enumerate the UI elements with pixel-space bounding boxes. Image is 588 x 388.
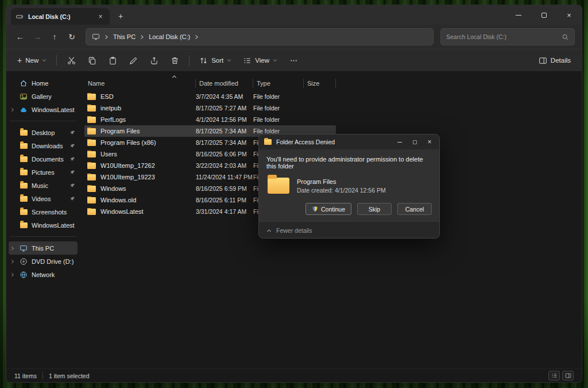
pin-icon bbox=[70, 170, 75, 175]
chevron-right-icon[interactable] bbox=[10, 272, 15, 277]
list-view-icon bbox=[551, 372, 558, 379]
view-label: View bbox=[255, 57, 269, 64]
file-date-modified: 3/31/2024 4:17 AM bbox=[196, 208, 253, 215]
chevron-right-icon bbox=[104, 34, 109, 40]
maximize-icon bbox=[541, 13, 547, 18]
file-name: W10UItemp_19223 bbox=[100, 174, 155, 180]
sidebar-item-music[interactable]: Music bbox=[9, 179, 78, 192]
sidebar-item-documents[interactable]: Documents bbox=[9, 152, 78, 166]
explorer-tab[interactable]: Local Disk (C:) × bbox=[11, 8, 110, 25]
dialog-maximize-button[interactable] bbox=[407, 136, 422, 148]
fewer-details-toggle[interactable]: Fewer details bbox=[259, 222, 439, 238]
sidebar-item-downloads[interactable]: Downloads bbox=[9, 139, 78, 152]
ellipsis-icon bbox=[289, 56, 298, 65]
view-button[interactable]: View bbox=[238, 52, 283, 69]
share-button[interactable] bbox=[144, 52, 164, 69]
sidebar-item-network[interactable]: Network bbox=[9, 268, 78, 281]
details-view-toggle[interactable] bbox=[562, 371, 574, 381]
column-header-size[interactable]: Size bbox=[304, 79, 336, 88]
folder-icon bbox=[20, 209, 28, 215]
file-date-modified: 3/22/2024 2:03 AM bbox=[196, 162, 253, 169]
address-bar[interactable]: This PC Local Disk (C:) bbox=[86, 28, 434, 45]
window-controls: × bbox=[506, 5, 582, 25]
drive-icon bbox=[16, 13, 24, 21]
chevron-right-icon[interactable] bbox=[10, 246, 15, 251]
refresh-button[interactable]: ↻ bbox=[64, 29, 80, 45]
sidebar-item-dvd-drive[interactable]: DVD Drive (D:) CCC bbox=[9, 255, 78, 268]
sidebar-item-pictures[interactable]: Pictures bbox=[9, 166, 78, 179]
minimize-button[interactable] bbox=[506, 5, 531, 25]
sidebar-item-desktop[interactable]: Desktop bbox=[9, 126, 78, 139]
file-type: File folder bbox=[253, 105, 304, 112]
folder-icon bbox=[87, 94, 96, 100]
search-box bbox=[440, 28, 575, 45]
dialog-folder-info: Program Files Date created: 4/1/2024 12:… bbox=[266, 178, 432, 194]
view-icon bbox=[243, 56, 252, 65]
sidebar-item-onedrive[interactable]: WindowsLatest - P bbox=[9, 103, 78, 116]
sidebar-divider bbox=[10, 121, 76, 121]
file-name: W10UItemp_17262 bbox=[100, 162, 155, 169]
sidebar-item-gallery[interactable]: Gallery bbox=[9, 90, 78, 103]
dialog-title-bar[interactable]: Folder Access Denied × bbox=[259, 135, 439, 149]
column-header-type[interactable]: Type bbox=[253, 79, 304, 88]
tab-close-icon[interactable]: × bbox=[96, 12, 105, 21]
status-bar: 11 items 1 item selected bbox=[6, 368, 582, 382]
pin-icon bbox=[70, 196, 75, 201]
paste-button[interactable] bbox=[103, 52, 122, 69]
details-pane-button[interactable]: Details bbox=[533, 52, 576, 69]
sidebar-item-videos[interactable]: Videos bbox=[9, 192, 78, 205]
close-button[interactable]: × bbox=[556, 5, 582, 25]
dialog-minimize-button[interactable] bbox=[392, 136, 407, 148]
sidebar-item-this-pc[interactable]: This PC bbox=[9, 241, 78, 255]
list-view-toggle[interactable] bbox=[548, 371, 560, 381]
cut-button[interactable] bbox=[61, 52, 81, 69]
cancel-button[interactable]: Cancel bbox=[397, 203, 432, 215]
file-type: File folder bbox=[253, 93, 304, 100]
minimize-icon bbox=[516, 15, 521, 16]
continue-button[interactable]: Continue bbox=[305, 203, 351, 215]
chevron-right-icon bbox=[194, 34, 199, 40]
folder-icon bbox=[20, 143, 28, 149]
new-tab-button[interactable]: + bbox=[113, 9, 128, 24]
file-date-modified: 11/24/2024 11:47 PM bbox=[196, 174, 253, 180]
more-options-button[interactable] bbox=[284, 52, 303, 69]
search-input[interactable] bbox=[446, 33, 562, 40]
chevron-down-icon bbox=[42, 58, 47, 63]
chevron-right-icon[interactable] bbox=[10, 259, 15, 264]
folder-icon bbox=[87, 174, 96, 180]
file-row[interactable]: inetpub 8/17/2025 7:27 AM File folder bbox=[84, 102, 336, 114]
search-icon[interactable] bbox=[562, 33, 569, 41]
file-row[interactable]: ESD 3/7/2024 4:35 AM File folder bbox=[84, 91, 336, 102]
navigation-pane: Home Gallery WindowsLatest - P Desktop bbox=[6, 72, 80, 368]
rename-button[interactable] bbox=[123, 52, 143, 69]
back-button[interactable]: ← bbox=[12, 29, 28, 45]
delete-button[interactable] bbox=[165, 52, 184, 69]
column-header-name[interactable]: Name bbox=[84, 79, 196, 88]
chevron-right-icon[interactable] bbox=[10, 107, 15, 112]
dialog-close-button[interactable]: × bbox=[422, 136, 437, 148]
details-pane-icon bbox=[539, 56, 547, 65]
uac-shield-icon bbox=[312, 206, 318, 212]
column-header-date-modified[interactable]: Date modified bbox=[196, 79, 253, 88]
folder-icon bbox=[87, 151, 96, 157]
breadcrumb-local-disk[interactable]: Local Disk (C:) bbox=[149, 33, 190, 40]
rename-icon bbox=[129, 56, 138, 65]
file-row[interactable]: PerfLogs 4/1/2024 12:56 PM File folder bbox=[84, 114, 336, 125]
sort-button[interactable]: Sort bbox=[194, 52, 237, 69]
command-toolbar: + New Sort View Details bbox=[6, 49, 582, 72]
dialog-folder-icon bbox=[264, 139, 272, 145]
copy-button[interactable] bbox=[82, 52, 102, 69]
skip-button[interactable]: Skip bbox=[357, 203, 392, 215]
file-date-modified: 8/16/2025 6:59 PM bbox=[196, 185, 253, 192]
sidebar-item-windowslatest[interactable]: WindowsLatest bbox=[9, 218, 78, 232]
forward-button[interactable]: → bbox=[29, 29, 45, 45]
maximize-button[interactable] bbox=[531, 5, 556, 25]
new-button[interactable]: + New bbox=[12, 52, 52, 69]
breadcrumb-this-pc[interactable]: This PC bbox=[113, 33, 136, 40]
toolbar-divider bbox=[56, 55, 57, 66]
folder-icon bbox=[87, 117, 96, 123]
sidebar-item-screenshots[interactable]: Screenshots bbox=[9, 205, 78, 218]
sidebar-item-home[interactable]: Home bbox=[9, 76, 78, 90]
up-button[interactable]: ↑ bbox=[47, 29, 63, 45]
file-name: Users bbox=[100, 151, 117, 157]
